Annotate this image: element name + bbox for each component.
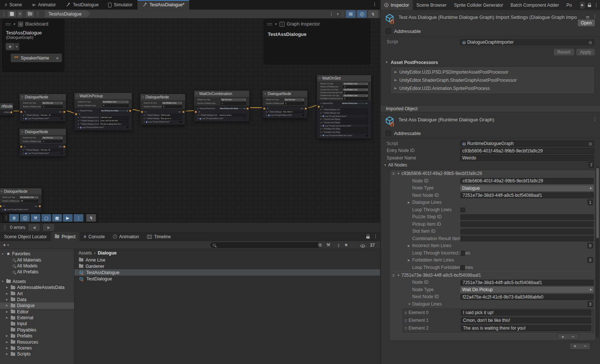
tree-folder-resources[interactable]: ▶Resources (0, 339, 74, 345)
window-tab-testdialogue[interactable]: TestDialogue (61, 0, 103, 10)
foldout-arrow-icon[interactable]: ▼ (408, 303, 411, 306)
property-field[interactable]: 1 (42, 140, 63, 143)
tree-folder-input[interactable]: Input (0, 321, 74, 327)
addressable-checkbox[interactable] (386, 28, 391, 34)
array-size-field[interactable]: 1 (587, 199, 593, 205)
node-title-bar[interactable]: ≡DialogueNode (20, 129, 66, 135)
drag-handle-icon[interactable]: = (392, 171, 395, 176)
foldout-arrow-icon[interactable]: ▼ (397, 274, 400, 277)
assets-root[interactable]: ▼Assets (0, 279, 74, 284)
tab-bar-kebab-icon[interactable]: ⋮ (372, 1, 377, 7)
property-field[interactable]: 2 (343, 97, 368, 100)
inspector-tab-sprite-collider-generator[interactable]: Sprite Collider Generator (450, 0, 507, 10)
tree-folder-art[interactable]: ▶Art (0, 290, 74, 296)
graph-toolbar-window-button[interactable]: ▢ (41, 214, 51, 222)
text-field[interactable]: The ass is waiting there for y (99, 123, 129, 125)
graph-node-dialoguenode[interactable]: ≡DialogueNodeDefault Line TypeSay One Li… (262, 90, 308, 118)
property-field[interactable]: 1 (284, 102, 304, 105)
output-port[interactable] (305, 108, 307, 109)
property-dropdown[interactable]: Say Multiple Lines (343, 94, 368, 97)
lock-icon[interactable] (588, 5, 591, 7)
asset-postprocessors-foldout[interactable]: ▼Asset PostProcessors (381, 59, 600, 66)
output-port[interactable] (10, 111, 12, 113)
blackboard-property-speakername[interactable]: ““ SpeakerName < (11, 54, 62, 62)
text-field[interactable]: I said pick it up! (99, 116, 129, 119)
property-field[interactable]: 1 (221, 102, 246, 105)
array-size-field[interactable]: 3 (587, 301, 593, 307)
graph-toolbar-info-button[interactable]: i (20, 214, 30, 222)
graph-node-dialoguenode[interactable]: ≡DialogueNodeDefault Line TypeSay Multip… (140, 94, 186, 125)
checkbox[interactable] (127, 127, 129, 128)
input-port[interactable] (0, 205, 1, 207)
checkbox[interactable]: ✓ (244, 118, 246, 119)
dropdown-field[interactable]: Dialogue (460, 185, 594, 191)
node-group-header[interactable]: =▼7251e73e-38d3-44ff-a8c5-bcf54088aaf1 (390, 272, 595, 279)
tree-folder-scenes[interactable]: ▶Scenes (0, 345, 74, 351)
graph-inspector-panel[interactable]: ▼ i Graph Inspector TestAssDialogue (264, 19, 370, 64)
file-testassdialogue[interactable]: TestAssDialogue (74, 269, 380, 276)
save-options-caret[interactable]: ▼ (18, 11, 23, 17)
text-field[interactable]: Ohhhh yeah, (160, 114, 182, 117)
graph-node-waitonpickup[interactable]: ≡WaitOnPickupDefault Line TypeSay Multip… (74, 92, 132, 131)
foldout-arrow-icon[interactable]: ▶ (5, 310, 9, 313)
toggle-blackboard-button[interactable] (346, 10, 356, 18)
edge[interactable] (133, 109, 141, 111)
file-testdialogue[interactable]: TestDialogue (74, 276, 380, 282)
node-title-bar[interactable]: ≡DialogueNode (263, 91, 307, 97)
property-field[interactable]: 1 (42, 105, 63, 108)
tab-timeline[interactable]: Timeline (143, 232, 175, 241)
checkbox[interactable]: ✓ (366, 125, 368, 127)
text-field[interactable]: 7251e73e-38d3-44ff-a8c5-bcf54088aaf1 (460, 192, 594, 198)
drag-handle-icon[interactable]: = (392, 273, 395, 278)
element-field[interactable]: Cmon, don't be like this! (461, 317, 591, 323)
text-field[interactable] (340, 118, 368, 121)
presets-icon[interactable]: ⚌ (586, 14, 590, 19)
tree-folder-external[interactable]: ▶External (0, 315, 74, 321)
revert-button[interactable]: Revert (554, 49, 574, 55)
foldout-arrow-icon[interactable]: ▶ (5, 334, 9, 337)
text-field[interactable]: c93b5606-401f-49a2-99b5-9ecbf1fa9c29 (460, 148, 594, 154)
foldout-arrow-icon[interactable]: ▶ (408, 259, 410, 262)
property-field[interactable]: 2 (343, 91, 368, 94)
property-dropdown[interactable]: Say One Line (221, 98, 246, 101)
foldout-arrow-icon[interactable]: ▶ (5, 304, 9, 307)
property-dropdown[interactable]: Say One Line (42, 136, 63, 139)
foldout-arrow-icon[interactable]: ▶ (5, 286, 9, 289)
toolbar-kebab-icon[interactable]: ⋮ (328, 11, 335, 17)
toolbar-caret-icon[interactable]: ▼ (336, 13, 339, 16)
graph-toolbar-kebab-button[interactable]: ⋮ (74, 214, 83, 222)
edge[interactable] (186, 111, 194, 111)
text-field[interactable]: Post boy... W (40, 114, 63, 117)
window-tab-testassdialogue[interactable]: TestAssDialogue* (137, 0, 189, 10)
foldout-arrow-icon[interactable]: ▶ (5, 341, 9, 344)
checkbox[interactable] (61, 152, 63, 154)
property-field[interactable]: -55 (20, 200, 38, 202)
graph-node-start[interactable]: rtNodeerName (0, 103, 13, 115)
apply-button[interactable]: Apply (576, 49, 595, 55)
toggle-minimap-button[interactable]: ↯ (368, 10, 378, 18)
breadcrumb-item[interactable]: Dialogue (98, 250, 117, 256)
checkbox[interactable] (61, 118, 63, 119)
blackboard-panel[interactable]: ▼ ▤ Blackboard TestAssDialogue (Dialogue… (2, 19, 64, 72)
favorite-all-prefabs[interactable]: All Prefabs (0, 269, 74, 275)
property-field[interactable]: 3 (102, 104, 129, 107)
foldout-arrow-icon[interactable]: ▶ (5, 347, 9, 350)
object-field[interactable]: Ass (Pickup Item Data) (100, 109, 129, 112)
more-tabs-arrow[interactable]: ▶ (580, 2, 585, 9)
graph-inspector-header[interactable]: ▼ i Graph Inspector (264, 20, 370, 28)
checkbox[interactable] (302, 114, 304, 116)
save-button[interactable] (7, 11, 16, 17)
file-anne-lise[interactable]: Anne Lise (74, 257, 380, 263)
edge[interactable] (308, 105, 317, 108)
toggle-graph-inspector-button[interactable]: i (357, 10, 367, 18)
input-port[interactable] (263, 108, 265, 109)
remove-node-button[interactable]: − (584, 343, 587, 349)
node-title-bar[interactable]: ≡DialogueNode (140, 94, 185, 100)
header-kebab-icon[interactable]: ⋮ (593, 117, 597, 122)
input-port[interactable] (20, 111, 22, 113)
script-object-field[interactable]: ▤RuntimeDialogueGraph (460, 141, 594, 146)
inspector-tab-po[interactable]: Po (563, 0, 576, 10)
property-field[interactable]: 2 (343, 85, 368, 88)
tab-console[interactable]: ≡Console (80, 232, 109, 241)
array-size-field[interactable]: 0 (587, 257, 593, 263)
